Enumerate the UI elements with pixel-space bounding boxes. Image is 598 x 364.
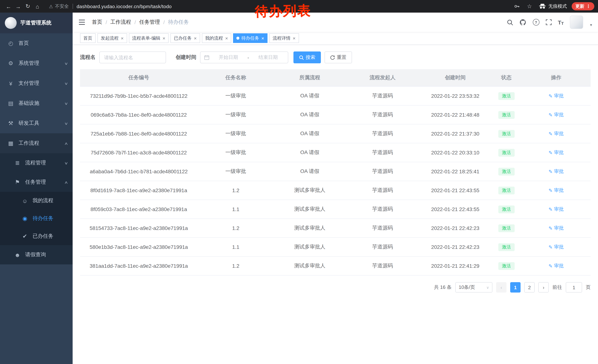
approve-link[interactable]: ✎ 审批	[548, 244, 564, 250]
cell-process: OA 请假	[274, 105, 346, 124]
caret-down-icon[interactable]: ▾	[590, 23, 592, 27]
breadcrumb: 首页 / 工作流程 / 任务管理 / 待办任务	[92, 19, 189, 25]
prev-page-button[interactable]: ‹	[496, 282, 507, 292]
reload-icon[interactable]: ↻	[23, 1, 33, 11]
tab-process-detail[interactable]: 流程详情 ×	[269, 33, 299, 43]
cell-task-name: 1.2	[198, 181, 274, 200]
breadcrumb-item[interactable]: 工作流程	[110, 19, 131, 25]
close-icon[interactable]: ×	[162, 36, 165, 40]
cell-initiator: 芋道源码	[346, 124, 420, 143]
cell-actions: ✎ 审批	[522, 256, 590, 275]
end-date-placeholder[interactable]: 结束日期	[252, 54, 284, 61]
sidebar-item-devtools[interactable]: ⚒ 研发工具 ∨	[0, 113, 73, 133]
sidebar-item-my-process[interactable]: ☺ 我的流程	[0, 192, 73, 210]
sidebar-item-workflow[interactable]: ▦ 工作流程 ∧	[0, 133, 73, 153]
table-body: 73211d9d-7b9b-11ec-b5b7-acde48001122 一级审…	[80, 87, 590, 275]
sidebar-item-label: 首页	[18, 40, 29, 47]
tab-home[interactable]: 首页	[80, 33, 96, 43]
table-header: 任务编号 任务名称 所属流程 流程发起人 创建时间 状态 操作	[80, 69, 590, 87]
tab-my-process[interactable]: 我的流程 ×	[202, 33, 231, 43]
sidebar-item-task-mgmt[interactable]: ⚑ 任务管理 ∧	[0, 173, 73, 192]
edit-icon: ✎	[548, 225, 553, 231]
security-chip[interactable]: ⚠ 不安全	[49, 3, 69, 9]
approve-link[interactable]: ✎ 审批	[548, 263, 564, 269]
approve-link[interactable]: ✎ 审批	[548, 225, 564, 231]
browser-actions: ☆ 无痕模式 更新 ⋮	[514, 1, 594, 11]
update-button[interactable]: 更新 ⋮	[572, 2, 594, 10]
avatar[interactable]	[570, 16, 583, 29]
close-icon[interactable]: ×	[194, 36, 197, 40]
github-icon[interactable]	[519, 19, 526, 26]
page-button-1[interactable]: 1	[510, 282, 521, 292]
status-badge: 激活	[498, 149, 515, 156]
breadcrumb-item[interactable]: 首页	[92, 19, 102, 25]
cell-actions: ✎ 审批	[522, 181, 590, 200]
breadcrumb-item[interactable]: 任务管理	[139, 19, 160, 25]
close-icon[interactable]: ×	[225, 36, 228, 40]
tab-todo-task[interactable]: 待办任务 ×	[233, 33, 267, 43]
approve-link[interactable]: ✎ 审批	[548, 168, 564, 175]
approve-link[interactable]: ✎ 审批	[548, 206, 564, 212]
next-page-button[interactable]: ›	[538, 282, 549, 292]
main-area: 首页 / 工作流程 / 任务管理 / 待办任务 ?	[73, 13, 598, 364]
calendar-icon	[204, 55, 209, 60]
sidebar-toggle-icon[interactable]	[79, 19, 85, 25]
sidebar-item-infra[interactable]: ▤ 基础设施 ∨	[0, 93, 73, 113]
fullscreen-icon[interactable]	[546, 19, 551, 25]
browser-menu-icon[interactable]: ⋮	[586, 4, 590, 9]
goto-label: 前往	[552, 284, 562, 291]
close-icon[interactable]: ×	[261, 36, 264, 40]
cell-created: 2022-01-22 23:53:32	[420, 87, 491, 105]
security-label: 不安全	[55, 3, 69, 9]
tab-process-form-edit[interactable]: 流程表单-编辑 ×	[129, 33, 169, 43]
reset-button[interactable]: 重置	[324, 51, 352, 63]
page-button-2[interactable]: 2	[524, 282, 535, 292]
search-icon[interactable]	[507, 19, 513, 25]
cell-initiator: 芋道源码	[346, 238, 420, 256]
cell-initiator: 芋道源码	[346, 162, 420, 181]
help-icon[interactable]: ?	[533, 19, 539, 25]
search-button[interactable]: 搜索	[293, 51, 321, 63]
goto-page-input[interactable]	[566, 282, 582, 292]
sidebar-item-label: 工作流程	[18, 140, 39, 147]
page-size-select[interactable]: 10条/页 ∨	[455, 282, 492, 292]
cell-actions: ✎ 审批	[522, 162, 590, 181]
cell-initiator: 芋道源码	[346, 105, 420, 124]
sidebar-item-system[interactable]: ⚙ 系统管理 ∨	[0, 53, 73, 73]
font-size-icon[interactable]: TT	[558, 19, 564, 25]
approve-link[interactable]: ✎ 审批	[548, 187, 564, 194]
sidebar-item-todo-task[interactable]: ◉ 待办任务	[0, 210, 73, 227]
sidebar-item-process-mgmt[interactable]: ≣ 流程管理 ∨	[0, 153, 73, 173]
tab-start-process[interactable]: 发起流程 ×	[98, 33, 127, 43]
address-bar[interactable]: ⚠ 不安全 dashboard.yudao.iocoder.cn/bpm/tas…	[45, 1, 511, 11]
edit-icon: ✎	[548, 263, 553, 269]
back-icon[interactable]: ←	[4, 1, 13, 11]
cell-task-id: a6aba0a4-7b6d-11ec-b781-acde48001122	[80, 162, 198, 181]
approve-link[interactable]: ✎ 审批	[548, 93, 564, 99]
process-name-input[interactable]	[99, 51, 166, 63]
close-icon[interactable]: ×	[293, 36, 295, 40]
date-range-picker[interactable]: 开始日期 - 结束日期	[200, 51, 288, 63]
sidebar-item-payment[interactable]: ¥ 支付管理 ∨	[0, 73, 73, 93]
url-text: dashboard.yudao.iocoder.cn/bpm/task/todo	[76, 4, 172, 9]
key-icon[interactable]	[514, 3, 520, 9]
workflow-icon: ▦	[8, 140, 14, 147]
forward-icon[interactable]: →	[13, 1, 23, 11]
approve-link[interactable]: ✎ 审批	[548, 130, 564, 137]
home-icon[interactable]: ⌂	[33, 1, 42, 11]
approve-link[interactable]: ✎ 审批	[548, 112, 564, 118]
close-icon[interactable]: ×	[121, 36, 124, 40]
sidebar-item-leave-query[interactable]: ☻ 请假查询	[0, 245, 73, 264]
breadcrumb-current: 待办任务	[168, 19, 189, 25]
yen-icon: ¥	[8, 80, 14, 87]
approve-link[interactable]: ✎ 审批	[548, 149, 564, 156]
edit-icon: ✎	[548, 169, 553, 174]
sidebar-item-done-task[interactable]: ✔ 已办任务	[0, 227, 73, 245]
incognito-label: 无痕模式	[548, 3, 567, 9]
bookmark-star-icon[interactable]: ☆	[525, 1, 534, 11]
tab-done-task[interactable]: 已办任务 ×	[170, 33, 200, 43]
app-logo[interactable]: 芋道管理系统	[0, 13, 73, 33]
start-date-placeholder[interactable]: 开始日期	[212, 54, 245, 61]
sidebar-item-home[interactable]: ◴ 首页	[0, 33, 73, 53]
cell-initiator: 芋道源码	[346, 181, 420, 200]
